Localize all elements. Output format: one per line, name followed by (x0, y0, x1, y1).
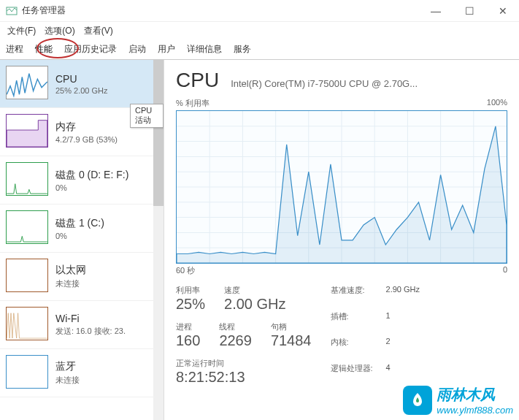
sidebar-item-detail: 0% (55, 183, 128, 192)
sidebar-item-detail: 25% 2.00 GHz (55, 86, 108, 95)
scrollbar-thumb[interactable] (153, 60, 164, 206)
menubar: 文件(F) 选项(O) 查看(V) (0, 22, 519, 39)
main-subtitle: Intel(R) Core(TM) i7-7500U CPU @ 2.70G..… (231, 78, 418, 89)
chart-x-right: 0 (503, 265, 507, 276)
bluetooth-thumb (6, 355, 48, 389)
lps-label: 逻辑处理器: (331, 363, 373, 386)
sidebar-item-ethernet[interactable]: 以太网 未连接 (0, 253, 164, 301)
tab-details[interactable]: 详细信息 (181, 40, 228, 58)
disk1-thumb (6, 210, 48, 244)
uptime-label: 正常运行时间 (176, 358, 312, 369)
proc-value: 160 (176, 332, 200, 349)
menu-view[interactable]: 查看(V) (81, 23, 116, 39)
menu-options[interactable]: 选项(O) (42, 23, 77, 39)
sockets-label: 插槽: (331, 311, 373, 335)
sockets-value: 1 (386, 311, 420, 335)
chart-y-label: % 利用率 (176, 98, 209, 109)
cpu-thumb (6, 66, 48, 99)
sidebar-item-label: 以太网 (55, 264, 86, 277)
sidebar: CPU 25% 2.00 GHz 内存 4.2/7.9 GB (53%) 磁盘 … (0, 60, 164, 420)
sidebar-item-label: 内存 (55, 121, 118, 134)
proc-label: 进程 (176, 321, 200, 332)
tab-performance[interactable]: 性能 (29, 40, 58, 58)
sidebar-item-detail: 0% (55, 232, 104, 240)
chart-y-max: 100% (487, 98, 507, 109)
main-title: CPU (176, 69, 219, 92)
sidebar-item-label: 磁盘 0 (D: E: F:) (55, 169, 128, 182)
watermark-logo-icon (403, 386, 432, 415)
sidebar-item-label: 蓝牙 (55, 360, 80, 373)
tabbar: 进程 性能 应用历史记录 启动 用户 详细信息 服务 (0, 39, 519, 60)
tab-processes[interactable]: 进程 (0, 40, 29, 58)
sidebar-item-disk1[interactable]: 磁盘 1 (C:) 0% (0, 205, 164, 253)
watermark-text: 雨林木风 (437, 385, 513, 405)
titlebar: 任务管理器 — ☐ ✕ (0, 0, 519, 22)
tab-services[interactable]: 服务 (228, 40, 257, 58)
base-speed-value: 2.90 GHz (386, 285, 420, 308)
watermark: 雨林木风 www.ylmf888.com (403, 385, 513, 416)
speed-value: 2.00 GHz (224, 296, 285, 313)
watermark-url: www.ylmf888.com (437, 405, 513, 416)
sidebar-item-disk0[interactable]: 磁盘 0 (D: E: F:) 0% (0, 156, 164, 205)
ethernet-thumb (6, 259, 48, 292)
sidebar-item-label: CPU (55, 73, 108, 85)
spec-grid: 基准速度:2.90 GHz 插槽:1 内核:2 逻辑处理器:4 (331, 285, 420, 386)
sidebar-item-detail: 未连接 (55, 375, 80, 386)
sidebar-item-wifi[interactable]: Wi-Fi 发送: 16.0 接收: 23. (0, 301, 164, 349)
handle-label: 句柄 (271, 321, 312, 332)
cores-label: 内核: (331, 337, 373, 360)
sidebar-item-bluetooth[interactable]: 蓝牙 未连接 (0, 349, 164, 397)
lps-value: 4 (386, 363, 420, 386)
window-title: 任务管理器 (22, 4, 426, 17)
main-panel: CPU Intel(R) Core(TM) i7-7500U CPU @ 2.7… (164, 60, 519, 420)
tab-users[interactable]: 用户 (152, 40, 181, 58)
sidebar-item-detail: 发送: 16.0 接收: 23. (55, 326, 126, 337)
handle-value: 71484 (271, 332, 312, 349)
tab-startup[interactable]: 启动 (123, 40, 152, 58)
tab-app-history[interactable]: 应用历史记录 (58, 40, 123, 58)
cores-value: 2 (386, 337, 420, 360)
chart-x-label: 60 秒 (176, 265, 195, 276)
maximize-button[interactable]: ☐ (459, 5, 480, 17)
sidebar-item-label: 磁盘 1 (C:) (55, 217, 104, 230)
thread-value: 2269 (219, 332, 252, 349)
app-icon (6, 5, 18, 17)
cpu-chart (176, 110, 507, 264)
util-label: 利用率 (176, 285, 205, 296)
sidebar-item-label: Wi-Fi (55, 313, 126, 324)
minimize-button[interactable]: — (426, 5, 446, 17)
memory-thumb (6, 114, 48, 148)
close-button[interactable]: ✕ (493, 5, 513, 17)
base-speed-label: 基准速度: (331, 285, 373, 308)
sidebar-item-detail: 4.2/7.9 GB (53%) (55, 135, 118, 144)
wifi-thumb (6, 307, 48, 340)
speed-label: 速度 (224, 285, 285, 296)
thread-label: 线程 (219, 321, 252, 332)
sidebar-item-cpu[interactable]: CPU 25% 2.00 GHz (0, 60, 164, 108)
tooltip-cpu-activity: CPU 活动 (130, 104, 164, 128)
disk0-thumb (6, 162, 48, 196)
util-value: 25% (176, 296, 205, 313)
menu-file[interactable]: 文件(F) (4, 23, 39, 39)
sidebar-item-detail: 未连接 (55, 278, 86, 289)
uptime-value: 8:21:52:13 (176, 369, 312, 386)
